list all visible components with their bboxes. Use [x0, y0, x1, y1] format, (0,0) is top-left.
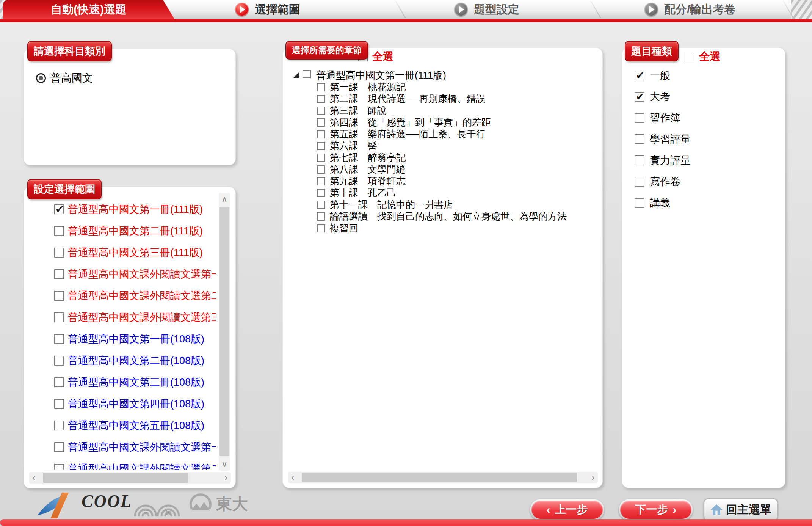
checkbox[interactable]	[635, 177, 644, 187]
tab-label[interactable]: 配分/輸出考卷	[664, 2, 735, 17]
checkbox[interactable]	[54, 226, 64, 236]
chapter-label[interactable]: 第四課 從「感覺」到「事實」的差距	[330, 116, 491, 129]
range-item[interactable]: 普通型高中國文第二冊(108版)	[24, 350, 216, 371]
checkbox[interactable]	[317, 224, 325, 232]
tab-label[interactable]: 選擇範圍	[255, 2, 300, 17]
scroll-right-icon[interactable]: ›	[224, 472, 228, 484]
checkbox[interactable]	[54, 334, 64, 344]
checkbox[interactable]	[685, 52, 694, 61]
chapter-row[interactable]: 第一課 桃花源記	[283, 81, 603, 93]
chapter-label[interactable]: 複習回	[330, 222, 358, 234]
range-item-label[interactable]: 普通型高中國文課外閱讀文選第一冊(11	[68, 267, 216, 281]
checkbox[interactable]	[317, 83, 325, 91]
select-all-label[interactable]: 全選	[699, 49, 720, 64]
chapter-label[interactable]: 第十一課 記憶中的一爿書店	[330, 198, 453, 211]
chapter-label[interactable]: 第九課 項脊軒志	[330, 175, 406, 187]
checkbox[interactable]	[54, 464, 64, 470]
chapter-root-label[interactable]: 普通型高中國文第一冊(111版)	[316, 69, 446, 82]
qtype-item[interactable]: 一般	[622, 65, 785, 86]
subject-option-label[interactable]: 普高國文	[50, 71, 93, 85]
range-item[interactable]: 普通型高中國文第四冊(108版)	[24, 393, 216, 415]
chapter-row[interactable]: 第七課 醉翁亭記	[283, 152, 603, 163]
checkbox[interactable]	[317, 212, 325, 221]
range-item[interactable]: 普通型高中國文課外閱讀文選第二冊(11	[24, 285, 216, 306]
scroll-down-icon[interactable]: ∨	[219, 459, 230, 469]
chapter-label[interactable]: 論語選讀 找到自己的志向、如何立身處世、為學的方法	[330, 210, 567, 223]
range-item-label[interactable]: 普通型高中國文第四冊(108版)	[68, 397, 204, 411]
subject-option[interactable]: 普高國文	[36, 71, 93, 85]
chapter-tree-root[interactable]: 普通型高中國文第一冊(111版)	[283, 69, 603, 81]
range-item[interactable]: 普通型高中國文第五冊(108版)	[24, 415, 216, 436]
tab-select-range[interactable]: 選擇範圍	[235, 0, 300, 19]
scrollbar-thumb[interactable]	[302, 473, 577, 482]
select-all-label[interactable]: 全選	[372, 49, 393, 64]
checkbox[interactable]	[54, 377, 64, 387]
chapter-label[interactable]: 第十課 孔乙己	[330, 187, 396, 199]
chapter-row[interactable]: 第九課 項脊軒志	[283, 175, 603, 187]
scroll-right-icon[interactable]: ›	[591, 472, 595, 483]
qtype-item-label[interactable]: 講義	[650, 196, 670, 210]
next-button[interactable]: 下一步 ›	[619, 499, 693, 520]
checkbox[interactable]	[54, 442, 64, 452]
vertical-scrollbar[interactable]: ∧ ∨	[219, 193, 230, 471]
chapter-row[interactable]: 第二課 現代詩選──再別康橋、錯誤	[283, 93, 603, 105]
checkbox[interactable]	[317, 118, 325, 127]
checkbox[interactable]	[317, 95, 325, 103]
checkbox[interactable]	[635, 71, 644, 80]
scroll-up-icon[interactable]: ∧	[219, 195, 230, 204]
range-item-label[interactable]: 普通型高中國文第三冊(111版)	[68, 246, 203, 259]
checkbox[interactable]	[635, 198, 644, 208]
checkbox[interactable]	[635, 155, 644, 165]
checkbox[interactable]	[54, 291, 64, 301]
qtype-item[interactable]: 實力評量	[622, 150, 785, 171]
qtype-item-label[interactable]: 寫作卷	[650, 175, 680, 188]
radio-button[interactable]	[36, 73, 46, 83]
chapter-label[interactable]: 第六課 髻	[330, 140, 377, 152]
checkbox[interactable]	[54, 356, 64, 366]
checkbox[interactable]	[303, 70, 311, 78]
checkbox[interactable]	[317, 189, 325, 197]
range-item-label[interactable]: 普通型高中國文課外閱讀文選第三冊(11	[68, 311, 216, 324]
range-item[interactable]: 普通型高中國文課外閱讀文選第一冊(10	[24, 436, 216, 458]
chapter-row[interactable]: 第五課 樂府詩選──陌上桑、長干行	[283, 128, 603, 140]
horizontal-scrollbar[interactable]: ‹ ›	[29, 472, 231, 484]
checkbox[interactable]	[635, 113, 644, 123]
checkbox[interactable]	[317, 201, 325, 209]
range-item-label[interactable]: 普通型高中國文課外閱讀文選第二冊(10	[68, 462, 216, 470]
chapter-row[interactable]: 第八課 文學門縫	[283, 163, 603, 175]
qtype-item[interactable]: 習作簿	[622, 107, 785, 129]
range-item[interactable]: 普通型高中國文第三冊(108版)	[24, 371, 216, 393]
checkbox[interactable]	[54, 421, 64, 430]
chapter-row[interactable]: 第四課 從「感覺」到「事實」的差距	[283, 116, 603, 128]
range-item[interactable]: 普通型高中國文課外閱讀文選第一冊(11	[24, 263, 216, 285]
range-item-label[interactable]: 普通型高中國文第三冊(108版)	[68, 375, 204, 389]
chapter-label[interactable]: 第一課 桃花源記	[330, 81, 406, 93]
qtype-item[interactable]: 大考	[622, 86, 785, 107]
checkbox[interactable]	[317, 107, 325, 115]
range-item-label[interactable]: 普通型高中國文第二冊(108版)	[68, 354, 204, 367]
range-item[interactable]: 普通型高中國文課外閱讀文選第三冊(11	[24, 306, 216, 328]
tab-question-type-setting[interactable]: 題型設定	[454, 0, 519, 19]
chapter-row[interactable]: 第六課 髻	[283, 140, 603, 152]
home-menu-button[interactable]: 回主選單	[704, 498, 778, 521]
chapter-row[interactable]: 第三課 師說	[283, 105, 603, 116]
checkbox[interactable]	[54, 204, 64, 214]
scroll-left-icon[interactable]: ‹	[32, 472, 36, 484]
chapter-label[interactable]: 第八課 文學門縫	[330, 163, 406, 176]
qtype-select-all[interactable]: 全選	[685, 49, 720, 64]
checkbox[interactable]	[54, 248, 64, 258]
qtype-item[interactable]: 講義	[622, 192, 785, 214]
tab-score-output[interactable]: 配分/輸出考卷	[644, 0, 735, 19]
range-item[interactable]: 普通型高中國文第三冊(111版)	[24, 242, 216, 263]
checkbox[interactable]	[317, 165, 325, 174]
range-item[interactable]: 普通型高中國文課外閱讀文選第二冊(10	[24, 458, 216, 470]
range-item[interactable]: 普通型高中國文第二冊(111版)	[24, 220, 216, 242]
qtype-item[interactable]: 寫作卷	[622, 171, 785, 192]
range-item-label[interactable]: 普通型高中國文第一冊(108版)	[68, 332, 204, 346]
home-button-label[interactable]: 回主選單	[726, 502, 771, 518]
range-item-label[interactable]: 普通型高中國文課外閱讀文選第一冊(10	[68, 440, 216, 454]
scrollbar-thumb[interactable]	[43, 473, 188, 483]
checkbox[interactable]	[317, 177, 325, 185]
checkbox[interactable]	[54, 399, 64, 409]
chapter-row[interactable]: 第十一課 記憶中的一爿書店	[283, 199, 603, 210]
